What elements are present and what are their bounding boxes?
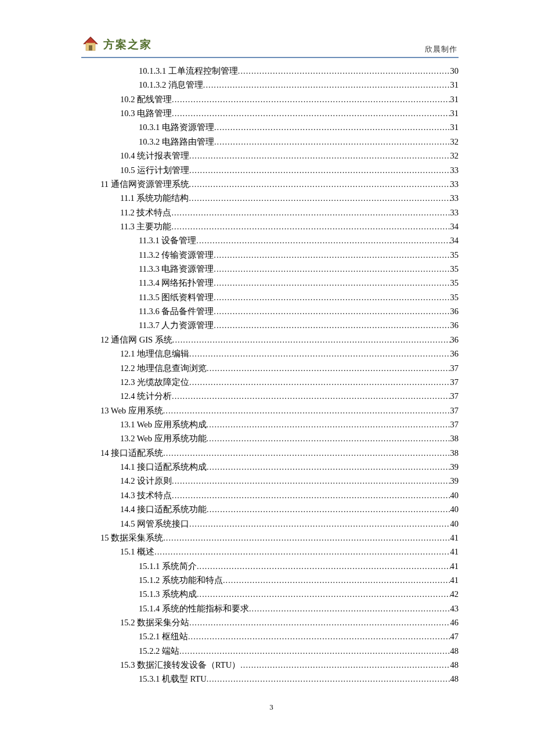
toc-leader (196, 233, 450, 247)
toc-page: 36 (450, 347, 459, 361)
svg-rect-1 (89, 45, 92, 51)
toc-title: 15.1.2 系统功能和特点 (139, 573, 223, 587)
toc-title: 15.1.1 系统简介 (139, 559, 197, 573)
toc-leader (189, 347, 450, 361)
toc-leader (172, 488, 450, 502)
toc-page: 39 (450, 474, 459, 488)
toc-entry: 13.1 Web 应用系统构成37 (84, 417, 459, 431)
toc-entry: 11.2 技术特点33 (84, 206, 459, 219)
toc-title: 11.3.3 电路资源管理 (139, 262, 214, 276)
toc-entry: 11.3.1 设备管理34 (84, 233, 459, 247)
toc-title: 14.4 接口适配系统功能 (120, 502, 207, 516)
toc-title: 10.1.3.1 工单流程控制管理 (139, 64, 238, 78)
toc-page: 46 (450, 615, 459, 629)
toc-title: 12.2 地理信息查询浏览 (120, 361, 207, 375)
toc-title: 12 通信网 GIS 系统 (100, 333, 172, 347)
toc-page: 42 (450, 587, 459, 601)
toc-title: 15.2 数据采集分站 (120, 615, 189, 629)
toc-leader (172, 389, 450, 403)
toc-entry: 15.1.3 系统构成42 (84, 587, 459, 601)
toc-leader (197, 559, 450, 573)
toc-leader (189, 191, 450, 205)
toc-page: 34 (450, 219, 459, 233)
toc-leader (189, 177, 450, 191)
toc-leader (238, 64, 450, 78)
toc-page: 43 (450, 602, 459, 615)
toc-page: 37 (450, 417, 459, 431)
table-of-contents: 10.1.3.1 工单流程控制管理3010.1.3.2 消息管理3110.2 配… (84, 64, 459, 686)
toc-page: 38 (450, 431, 459, 445)
toc-leader (207, 460, 450, 474)
toc-leader (189, 615, 450, 629)
toc-title: 11.3.4 网络拓扑管理 (139, 276, 214, 290)
toc-leader (214, 248, 450, 262)
brand-text: 方案之家 (103, 37, 152, 52)
toc-title: 15.2.2 端站 (139, 644, 179, 658)
toc-title: 14.2 设计原则 (120, 474, 172, 488)
toc-page: 41 (450, 531, 459, 545)
toc-page: 35 (450, 290, 459, 304)
toc-title: 11.3.5 图纸资料管理 (139, 290, 214, 304)
toc-leader (189, 149, 450, 163)
toc-page: 31 (450, 92, 459, 106)
toc-page: 48 (450, 672, 459, 686)
toc-leader (214, 262, 450, 276)
toc-entry: 12.4 统计分析37 (84, 389, 459, 403)
toc-entry: 10.1.3.1 工单流程控制管理30 (84, 64, 459, 78)
toc-entry: 15.2.1 枢纽站47 (84, 629, 459, 643)
toc-entry: 14.3 技术特点40 (84, 488, 459, 502)
toc-entry: 11 通信网资源管理系统33 (84, 177, 459, 191)
toc-entry: 15.1.1 系统简介41 (84, 559, 459, 573)
toc-entry: 15.1.2 系统功能和特点41 (84, 573, 459, 587)
toc-entry: 12.1 地理信息编辑36 (84, 347, 459, 361)
toc-leader (154, 545, 450, 559)
toc-page: 37 (450, 389, 459, 403)
house-icon (81, 35, 100, 55)
toc-page: 40 (450, 517, 459, 531)
toc-title: 15.3 数据汇接转发设备（RTU） (120, 658, 240, 672)
toc-leader (197, 587, 450, 601)
toc-entry: 13 Web 应用系统37 (84, 404, 459, 417)
toc-leader (214, 304, 450, 318)
toc-page: 32 (450, 135, 459, 149)
toc-title: 15 数据采集系统 (100, 531, 163, 545)
toc-title: 11.3 主要功能 (120, 219, 171, 233)
toc-title: 13.2 Web 应用系统功能 (120, 431, 207, 445)
toc-page: 48 (450, 644, 459, 658)
toc-entry: 15.1.4 系统的性能指标和要求43 (84, 602, 459, 615)
toc-title: 11.3.7 人力资源管理 (139, 318, 214, 332)
toc-leader (207, 672, 450, 686)
toc-page: 38 (450, 446, 459, 460)
toc-entry: 10.3 电路管理31 (84, 106, 459, 120)
toc-leader (189, 163, 450, 177)
toc-entry: 10.1.3.2 消息管理31 (84, 78, 459, 92)
toc-page: 34 (450, 233, 459, 247)
toc-entry: 12.3 光缆故障定位37 (84, 375, 459, 389)
toc-entry: 10.3.2 电路路由管理32 (84, 135, 459, 149)
toc-entry: 15.1 概述41 (84, 545, 459, 559)
toc-page: 40 (450, 502, 459, 516)
toc-entry: 15 数据采集系统41 (84, 531, 459, 545)
toc-leader (172, 333, 450, 347)
toc-title: 12.1 地理信息编辑 (120, 347, 189, 361)
toc-title: 11.3.2 传输资源管理 (139, 248, 214, 262)
toc-leader (207, 417, 450, 431)
toc-entry: 14.4 接口适配系统功能40 (84, 502, 459, 516)
document-page: 方案之家 欣晨制作 10.1.3.1 工单流程控制管理3010.1.3.2 消息… (0, 35, 534, 712)
toc-entry: 11.3.5 图纸资料管理35 (84, 290, 459, 304)
toc-leader (171, 219, 450, 233)
page-header: 方案之家 欣晨制作 (81, 35, 459, 58)
toc-leader (214, 120, 450, 134)
toc-title: 12.3 光缆故障定位 (120, 375, 189, 389)
toc-entry: 15.3.1 机载型 RTU48 (84, 672, 459, 686)
toc-page: 39 (450, 460, 459, 474)
toc-entry: 14.5 网管系统接口40 (84, 517, 459, 531)
toc-entry: 10.5 运行计划管理33 (84, 163, 459, 177)
toc-leader (207, 361, 450, 375)
toc-page: 35 (450, 262, 459, 276)
toc-entry: 11.3.6 备品备件管理36 (84, 304, 459, 318)
toc-page: 32 (450, 149, 459, 163)
toc-page: 36 (450, 318, 459, 332)
toc-page: 31 (450, 78, 459, 92)
toc-title: 11.3.6 备品备件管理 (139, 304, 214, 318)
